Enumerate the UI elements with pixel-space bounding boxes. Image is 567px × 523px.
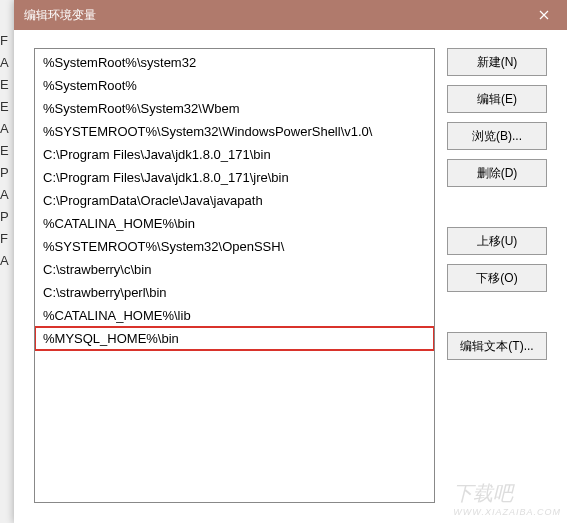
edit-button[interactable]: 编辑(E)	[447, 85, 547, 113]
list-item[interactable]: %SystemRoot%	[35, 74, 434, 97]
list-item[interactable]: C:\strawberry\c\bin	[35, 258, 434, 281]
list-item[interactable]: C:\ProgramData\Oracle\Java\javapath	[35, 189, 434, 212]
list-item[interactable]: %SystemRoot%\System32\Wbem	[35, 97, 434, 120]
window-title: 编辑环境变量	[24, 7, 96, 24]
close-button[interactable]	[521, 0, 567, 30]
new-button[interactable]: 新建(N)	[447, 48, 547, 76]
background-truncated-text: F A E E A E P A P F A	[0, 30, 14, 272]
list-item[interactable]: C:\Program Files\Java\jdk1.8.0_171\jre\b…	[35, 166, 434, 189]
list-item[interactable]: %CATALINA_HOME%\bin	[35, 212, 434, 235]
close-icon	[539, 10, 549, 20]
button-column: 新建(N) 编辑(E) 浏览(B)... 删除(D) 上移(U) 下移(O) 编…	[447, 48, 547, 505]
titlebar: 编辑环境变量	[14, 0, 567, 30]
list-item[interactable]: C:\strawberry\perl\bin	[35, 281, 434, 304]
dialog-window: 编辑环境变量 %SystemRoot%\system32%SystemRoot%…	[14, 0, 567, 523]
browse-button[interactable]: 浏览(B)...	[447, 122, 547, 150]
list-item[interactable]: %SystemRoot%\system32	[35, 51, 434, 74]
list-item[interactable]: %MYSQL_HOME%\bin	[35, 327, 434, 350]
spacer	[447, 196, 547, 218]
spacer	[447, 301, 547, 323]
list-item[interactable]: C:\Program Files\Java\jdk1.8.0_171\bin	[35, 143, 434, 166]
list-item[interactable]: %SYSTEMROOT%\System32\OpenSSH\	[35, 235, 434, 258]
path-listbox[interactable]: %SystemRoot%\system32%SystemRoot%%System…	[34, 48, 435, 503]
edittext-button[interactable]: 编辑文本(T)...	[447, 332, 547, 360]
moveup-button[interactable]: 上移(U)	[447, 227, 547, 255]
delete-button[interactable]: 删除(D)	[447, 159, 547, 187]
path-listbox-inner: %SystemRoot%\system32%SystemRoot%%System…	[35, 49, 434, 352]
list-item[interactable]: %CATALINA_HOME%\lib	[35, 304, 434, 327]
movedown-button[interactable]: 下移(O)	[447, 264, 547, 292]
list-item[interactable]: %SYSTEMROOT%\System32\WindowsPowerShell\…	[35, 120, 434, 143]
dialog-content: %SystemRoot%\system32%SystemRoot%%System…	[14, 30, 567, 523]
